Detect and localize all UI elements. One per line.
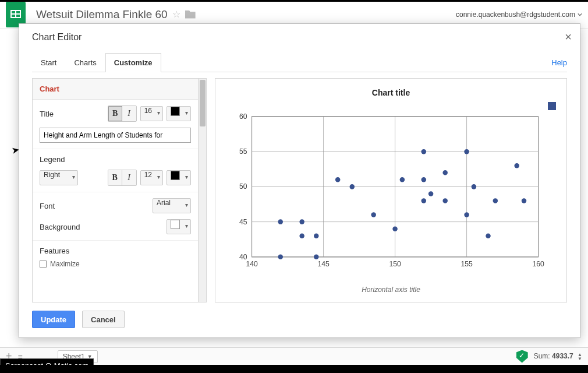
svg-point-31 (421, 198, 427, 203)
maximize-label: Maximize (50, 260, 80, 268)
legend-bold-italic-group: B I (108, 170, 137, 186)
svg-point-25 (486, 233, 491, 238)
svg-point-34 (522, 198, 527, 203)
svg-point-38 (335, 177, 341, 182)
tab-start[interactable]: Start (32, 53, 65, 72)
maximize-checkbox[interactable] (40, 261, 47, 268)
dialog-title: Chart Editor (32, 32, 567, 43)
svg-point-28 (299, 219, 304, 224)
svg-text:160: 160 (532, 260, 544, 268)
legend-position-select[interactable]: Right (40, 170, 78, 185)
chart-editor-dialog: × Chart Editor Start Charts Customize He… (19, 23, 580, 338)
svg-point-21 (278, 255, 284, 260)
svg-point-22 (314, 255, 319, 260)
svg-text:45: 45 (239, 218, 247, 226)
title-label: Title (40, 110, 54, 118)
svg-text:60: 60 (239, 112, 247, 121)
chart-title-input[interactable] (40, 128, 191, 143)
font-label: Font (40, 202, 55, 210)
legend-color-select[interactable] (167, 170, 191, 185)
svg-text:155: 155 (461, 260, 473, 268)
customize-panel: Chart Title B I 16 (32, 78, 199, 302)
chart-preview: Chart title 1401451501551604045505560 Ho… (215, 78, 567, 302)
svg-point-24 (314, 233, 319, 238)
star-icon[interactable]: ☆ (172, 9, 180, 20)
svg-point-44 (464, 149, 469, 154)
svg-point-30 (464, 212, 469, 217)
svg-point-40 (421, 177, 427, 182)
svg-point-29 (371, 212, 376, 217)
shield-icon[interactable] (516, 350, 528, 363)
background-color-select[interactable] (167, 219, 191, 234)
chart-title-text: Chart title (226, 88, 556, 97)
svg-text:150: 150 (389, 260, 401, 268)
title-italic-button[interactable]: I (122, 106, 136, 121)
chevron-down-icon (578, 12, 582, 17)
tab-customize[interactable]: Customize (105, 53, 161, 72)
sum-label: Sum: (534, 352, 550, 360)
title-fontsize-select[interactable]: 16 (140, 106, 163, 121)
update-button[interactable]: Update (32, 311, 75, 328)
folder-icon[interactable] (185, 10, 196, 19)
svg-point-42 (514, 163, 519, 168)
help-link[interactable]: Help (551, 58, 567, 72)
close-icon[interactable]: × (565, 31, 572, 43)
legend-swatch (548, 102, 556, 110)
svg-text:145: 145 (317, 260, 330, 268)
sum-value: 4933.7 (552, 352, 573, 360)
svg-text:50: 50 (239, 182, 247, 191)
svg-text:40: 40 (239, 253, 247, 261)
svg-point-33 (493, 198, 498, 203)
legend-italic-button[interactable]: I (122, 170, 136, 185)
title-color-select[interactable] (167, 106, 191, 121)
svg-point-36 (350, 184, 355, 189)
svg-point-43 (421, 149, 427, 154)
legend-fontsize-select[interactable]: 12 (140, 170, 163, 185)
cancel-button[interactable]: Cancel (82, 311, 125, 328)
legend-label: Legend (40, 155, 65, 164)
legend-bold-button[interactable]: B (108, 170, 122, 185)
svg-point-41 (442, 170, 448, 175)
title-bold-button[interactable]: B (108, 106, 122, 121)
tab-charts[interactable]: Charts (65, 53, 105, 72)
panel-scrollbar[interactable] (199, 78, 207, 302)
account-email[interactable]: connie.quackenbush@rdgstudent.com (456, 10, 575, 19)
svg-point-26 (392, 226, 398, 231)
svg-point-35 (428, 191, 434, 196)
section-chart-header[interactable]: Chart (33, 79, 198, 100)
svg-point-23 (299, 233, 304, 238)
svg-point-27 (278, 219, 284, 224)
horizontal-axis-title: Horizontal axis title (226, 286, 556, 294)
scatter-chart: 1401451501551604045505560 (226, 102, 556, 283)
svg-text:140: 140 (246, 260, 258, 268)
title-bold-italic-group: B I (108, 105, 137, 122)
features-label: Features (40, 247, 69, 255)
svg-point-32 (442, 198, 448, 203)
document-title[interactable]: Wetsuit Dilemma Finkle 60 (36, 8, 168, 21)
svg-point-37 (472, 184, 477, 189)
background-label: Background (40, 223, 80, 231)
font-select[interactable]: Arial (153, 198, 191, 213)
svg-text:55: 55 (239, 147, 247, 156)
svg-point-39 (400, 177, 405, 182)
